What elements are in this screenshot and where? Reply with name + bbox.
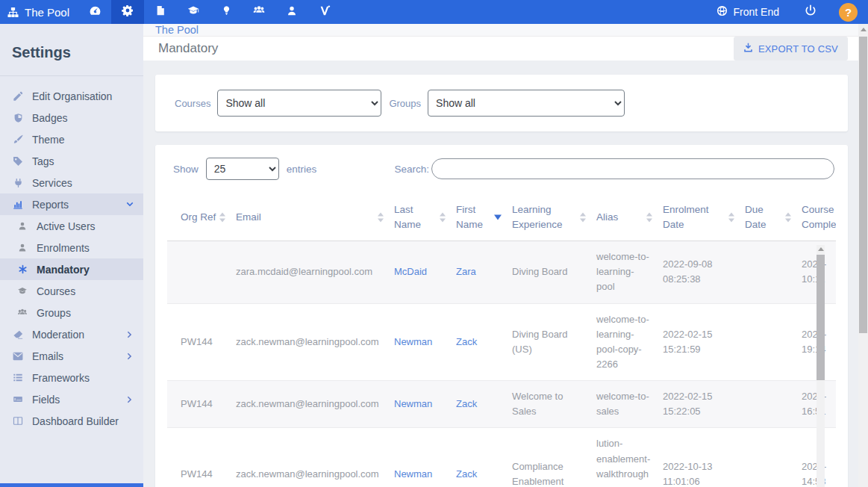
cell-course-completion: 2022- 10:11 bbox=[796, 241, 836, 303]
cell-due-date bbox=[739, 381, 796, 428]
breadcrumb-link-the-pool[interactable]: The Pool bbox=[155, 24, 199, 36]
column-header-alias[interactable]: Alias bbox=[590, 193, 657, 241]
question-mark-icon: ? bbox=[845, 6, 852, 19]
page-length-select[interactable]: 25 bbox=[206, 158, 279, 180]
cell-org-ref: PW144 bbox=[167, 428, 230, 487]
nav-item-users[interactable] bbox=[275, 0, 308, 24]
top-navbar: The Pool bbox=[0, 0, 868, 24]
last-name-link[interactable]: McDaid bbox=[394, 266, 427, 277]
cell-learning-experience: Diving Board bbox=[506, 241, 590, 303]
cell-course-completion: 2022- 14:58 bbox=[796, 428, 836, 487]
table-row: PW144 zack.newman@learningpool.com Newma… bbox=[167, 428, 836, 487]
cell-email: zack.newman@learningpool.com bbox=[230, 303, 388, 381]
export-to-csv-button[interactable]: EXPORT TO CSV bbox=[734, 37, 848, 61]
courses-filter-select[interactable]: Show all bbox=[217, 90, 381, 117]
person-icon bbox=[16, 221, 29, 231]
sidebar-item-label: Fields bbox=[32, 394, 60, 406]
logout-button[interactable] bbox=[805, 4, 817, 19]
table-scrollbar[interactable] bbox=[817, 245, 825, 487]
nav-item-content[interactable] bbox=[144, 0, 177, 24]
search-label: Search: bbox=[394, 164, 429, 175]
sidebar-item-groups[interactable]: Groups bbox=[0, 302, 143, 323]
page-scrollbar[interactable] bbox=[858, 24, 868, 487]
sidebar-item-emails[interactable]: Emails bbox=[0, 345, 143, 367]
sort-icon bbox=[219, 212, 225, 222]
breadcrumb: The Pool bbox=[143, 24, 868, 37]
table-scrollbar-thumb[interactable] bbox=[817, 255, 825, 380]
nav-item-dashboard[interactable] bbox=[78, 0, 111, 24]
sidebar-item-services[interactable]: Services bbox=[0, 172, 143, 193]
cell-alias: welcome-to-sales bbox=[590, 381, 657, 428]
column-header-first-name[interactable]: First Name bbox=[450, 193, 506, 241]
sidebar-item-tags[interactable]: Tags bbox=[0, 150, 143, 172]
column-header-org-ref[interactable]: Org Ref bbox=[167, 193, 230, 241]
sidebar-item-active-users[interactable]: Active Users bbox=[0, 215, 143, 237]
sidebar-item-label: Courses bbox=[37, 285, 75, 297]
cell-due-date bbox=[739, 241, 796, 303]
input-field-icon bbox=[11, 394, 25, 404]
sort-icon bbox=[440, 212, 446, 222]
tag-icon bbox=[11, 156, 25, 167]
brand[interactable]: The Pool bbox=[0, 6, 78, 19]
nav-item-settings[interactable] bbox=[111, 0, 144, 24]
cell-learning-experience: Welcome to Sales bbox=[506, 381, 590, 428]
sidebar-item-frameworks[interactable]: Frameworks bbox=[0, 367, 143, 388]
sidebar-item-label: Tags bbox=[32, 155, 54, 167]
paintbrush-icon bbox=[11, 134, 25, 145]
column-header-due-date[interactable]: Due Date bbox=[739, 193, 796, 241]
sidebar-item-fields[interactable]: Fields bbox=[0, 388, 143, 410]
mandatory-report-table: Org Ref Email Last Name First Name Learn… bbox=[167, 193, 836, 487]
page-scrollbar-thumb[interactable] bbox=[859, 37, 867, 333]
nav-item-v-app[interactable] bbox=[308, 0, 341, 24]
cell-alias: lution-enablement-walkthroughs-copy-7328… bbox=[590, 428, 657, 487]
column-header-last-name[interactable]: Last Name bbox=[388, 193, 450, 241]
first-name-link[interactable]: Zack bbox=[456, 468, 477, 480]
sidebar-item-moderation[interactable]: Moderation bbox=[0, 323, 143, 345]
column-header-email[interactable]: Email bbox=[230, 193, 388, 241]
brand-label: The Pool bbox=[25, 6, 69, 19]
search-control: Search: bbox=[394, 158, 834, 179]
app-window: The Pool bbox=[0, 0, 868, 487]
main-content: The Pool Mandatory EXPORT TO CSV Courses… bbox=[143, 24, 868, 487]
cell-email: zack.newman@learningpool.com bbox=[230, 381, 388, 428]
nav-item-courses[interactable] bbox=[177, 0, 210, 24]
cell-learning-experience: Compliance Enablement bbox=[506, 428, 590, 487]
front-end-link[interactable]: Front End bbox=[716, 5, 779, 19]
first-name-link[interactable]: Zara bbox=[456, 266, 476, 277]
sidebar-item-theme[interactable]: Theme bbox=[0, 128, 143, 150]
globe-icon bbox=[716, 5, 728, 19]
sidebar-item-label: Theme bbox=[32, 134, 65, 146]
groups-filter-select[interactable]: Show all bbox=[428, 90, 625, 117]
download-icon bbox=[743, 43, 753, 55]
sort-icon bbox=[378, 212, 384, 222]
cell-enrolment-date: 2022-09-08 08:25:38 bbox=[657, 241, 739, 303]
sidebar-item-enrolments[interactable]: Enrolments bbox=[0, 237, 143, 258]
last-name-link[interactable]: Newman bbox=[394, 468, 432, 480]
columns-icon bbox=[11, 416, 25, 426]
cell-alias: welcome-to-learning-pool bbox=[590, 241, 657, 303]
sidebar-item-courses[interactable]: Courses bbox=[0, 280, 143, 302]
sidebar-item-mandatory[interactable]: Mandatory bbox=[0, 258, 143, 280]
sidebar-item-edit-organisation[interactable]: Edit Organisation bbox=[0, 85, 143, 107]
column-header-learning-experience[interactable]: Learning Experience bbox=[506, 193, 590, 241]
nav-item-insights[interactable] bbox=[210, 0, 243, 24]
page-header: Mandatory EXPORT TO CSV bbox=[143, 37, 868, 61]
sidebar-item-reports[interactable]: Reports bbox=[0, 193, 143, 215]
column-header-course-completion[interactable]: Course Completion bbox=[796, 193, 836, 241]
sidebar-item-label: Groups bbox=[37, 307, 71, 319]
last-name-link[interactable]: Newman bbox=[394, 398, 432, 409]
first-name-link[interactable]: Zack bbox=[456, 336, 477, 347]
help-button[interactable]: ? bbox=[839, 3, 858, 22]
cell-org-ref: PW144 bbox=[167, 303, 230, 381]
nav-item-groups[interactable] bbox=[243, 0, 275, 24]
cell-email: zara.mcdaid@learningpool.com bbox=[230, 241, 388, 303]
sidebar-item-dashboard-builder[interactable]: Dashboard Builder bbox=[0, 410, 143, 432]
last-name-link[interactable]: Newman bbox=[394, 336, 432, 347]
search-input[interactable] bbox=[431, 158, 834, 179]
first-name-link[interactable]: Zack bbox=[456, 398, 477, 409]
sort-desc-icon bbox=[494, 214, 502, 220]
cell-course-completion: 2022- 19:14 bbox=[796, 303, 836, 381]
column-header-enrolment-date[interactable]: Enrolment Date bbox=[657, 193, 739, 241]
plug-icon bbox=[11, 178, 25, 188]
sidebar-item-badges[interactable]: Badges bbox=[0, 107, 143, 128]
